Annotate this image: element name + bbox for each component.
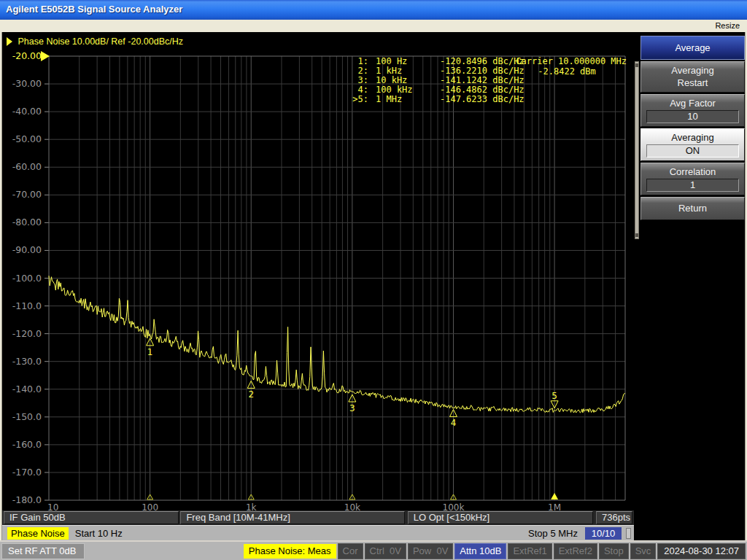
average-count-badge: 10/10 — [585, 527, 622, 540]
analyzer-window: Phase Noise 10.00dB/ Ref -20.00dBc/Hz -2… — [1, 32, 746, 540]
y-axis-label: -120.0 — [12, 328, 42, 339]
marker-frequency: 1 MHz — [376, 95, 434, 104]
y-axis-label: -170.0 — [12, 467, 42, 478]
avg-factor-value[interactable]: 10 — [646, 110, 739, 123]
x-axis-label: 100k — [443, 502, 465, 510]
mode-badge: Phase Noise — [7, 527, 69, 540]
reference-level-icon — [41, 51, 50, 61]
softkey-menu: Average Averaging Restart Avg Factor 10 … — [634, 32, 745, 540]
marker-row-5: >5:1 MHz-147.6233 dBc/Hz — [342, 95, 525, 104]
trace-scale-label: Phase Noise 10.00dB/ Ref -20.00dBc/Hz — [18, 36, 183, 47]
indicator-extref2: ExtRef2 — [554, 543, 597, 559]
y-axis-label: -160.0 — [12, 439, 42, 450]
marker-1-label: 1 — [147, 347, 153, 357]
phase-noise-plot: -20.00-30.00-40.00-50.00-60.00-70.00-80.… — [2, 50, 634, 510]
indicator-ctrl-0v: Ctrl 0V — [365, 543, 406, 559]
indicator-extref1: ExtRef1 — [508, 543, 551, 559]
correlation-value[interactable]: 1 — [646, 179, 739, 192]
carrier-power: -2.8422 dBm — [538, 66, 595, 77]
scroll-up-icon[interactable] — [635, 63, 638, 67]
indicator-pow-0v: Pow 0V — [408, 543, 453, 559]
window-title: Agilent E5052B Signal Source Analyzer — [6, 4, 182, 15]
y-axis-label: -180.0 — [12, 494, 42, 505]
y-axis-label: -100.0 — [12, 273, 42, 284]
marker-5-label: 5 — [551, 391, 557, 401]
x-axis-label: 1M — [548, 502, 561, 510]
y-axis-label: -50.00 — [12, 133, 42, 144]
y-axis-label: -40.00 — [12, 106, 42, 117]
marker-value: -136.2210 dBc/Hz — [440, 66, 525, 76]
x-axis-label: 10k — [344, 502, 360, 510]
softkey-scrollbar[interactable] — [635, 61, 639, 239]
marker-table: 1:100 Hz-120.8496 dBc/Hz 2:1 kHz-136.221… — [342, 57, 525, 104]
y-axis-label: -80.00 — [12, 217, 42, 228]
clock: 2024-08-30 12:07 — [657, 543, 746, 559]
scroll-down-icon[interactable] — [635, 233, 638, 237]
avg-factor-button[interactable]: Avg Factor 10 — [640, 94, 745, 127]
if-gain-field: IF Gain 50dB — [4, 511, 179, 524]
marker-value: -147.6233 dBc/Hz — [440, 94, 525, 104]
y-axis-label: -20.00 — [12, 50, 42, 61]
window-titlebar: Agilent E5052B Signal Source Analyzer — [0, 0, 747, 20]
marker-value: -120.8496 dBc/Hz — [440, 56, 525, 66]
x-axis-label: 100 — [142, 502, 158, 510]
y-axis-label: -70.00 — [12, 189, 42, 200]
screen: Agilent E5052B Signal Source Analyzer Re… — [0, 0, 747, 560]
softkey-column: Average Averaging Restart Avg Factor 10 … — [640, 36, 745, 220]
menu-strip: Resize — [0, 20, 747, 32]
active-marker-axis-icon — [551, 493, 558, 499]
indicator-group: CorCtrl 0VPow 0VAttn 10dBExtRef1ExtRef2S… — [338, 543, 657, 559]
marker-value: -146.4862 dBc/Hz — [440, 85, 525, 95]
measurement-settings-bar: IF Gain 50dB Freq Band [10M-41MHz] LO Op… — [2, 510, 634, 525]
measurement-status-badge: Phase Noise: Meas — [244, 544, 336, 559]
y-axis-label: -110.0 — [12, 300, 42, 311]
y-axis-label: -150.0 — [12, 411, 42, 422]
indicator-svc: Svc — [630, 543, 657, 559]
start-frequency: Start 10 Hz — [75, 528, 123, 539]
marker-4-label: 4 — [451, 418, 457, 428]
marker-3-label: 3 — [349, 403, 355, 413]
lo-opt-field: LO Opt [<150kHz] — [408, 511, 593, 524]
marker-value: -141.1242 dBc/Hz — [440, 75, 525, 85]
carrier-frequency: Carrier 10.000000 MHz — [516, 56, 627, 66]
trace-select-icon — [7, 37, 12, 46]
points-field: 736pts — [596, 511, 632, 524]
freq-band-field: Freq Band [10M-41MHz] — [180, 511, 404, 524]
resize-control[interactable]: Resize — [715, 21, 740, 30]
instrument-status-bar: Set RF ATT 0dB Phase Noise: Meas CorCtrl… — [0, 540, 747, 560]
y-axis-label: -140.0 — [12, 384, 42, 394]
measurement-area: Phase Noise 10.00dB/ Ref -20.00dBc/Hz -2… — [2, 32, 634, 540]
sweep-range-bar: Phase Noise Start 10 Hz Stop 5 MHz 10/10 — [2, 525, 634, 540]
x-axis-label: 1k — [246, 502, 257, 510]
marker-number: >5: — [342, 95, 368, 104]
marker-2-label: 2 — [248, 389, 254, 400]
indicator-stop: Stop — [599, 543, 629, 559]
averaging-toggle-button[interactable]: Averaging ON — [640, 128, 745, 161]
x-axis-label: 10 — [47, 502, 58, 510]
correlation-button[interactable]: Correlation 1 — [640, 163, 745, 195]
phase-noise-graph: -20.00-30.00-40.00-50.00-60.00-70.00-80.… — [2, 50, 634, 510]
averaging-state-value[interactable]: ON — [646, 144, 739, 158]
pane-splitter-handle[interactable] — [626, 528, 631, 539]
y-axis-label: -130.0 — [12, 356, 42, 367]
y-axis-label: -30.00 — [12, 78, 42, 89]
indicator-attn-10db: Attn 10dB — [454, 543, 506, 559]
averaging-restart-button[interactable]: Averaging Restart — [640, 61, 745, 93]
stop-frequency: Stop 5 MHz — [528, 528, 578, 539]
return-button[interactable]: Return — [640, 197, 745, 220]
indicator-cor: Cor — [338, 543, 363, 559]
softkey-menu-title: Average — [640, 36, 745, 60]
y-axis-label: -90.00 — [12, 244, 42, 255]
status-message: Set RF ATT 0dB — [1, 543, 85, 559]
y-axis-label: -60.00 — [12, 161, 42, 172]
